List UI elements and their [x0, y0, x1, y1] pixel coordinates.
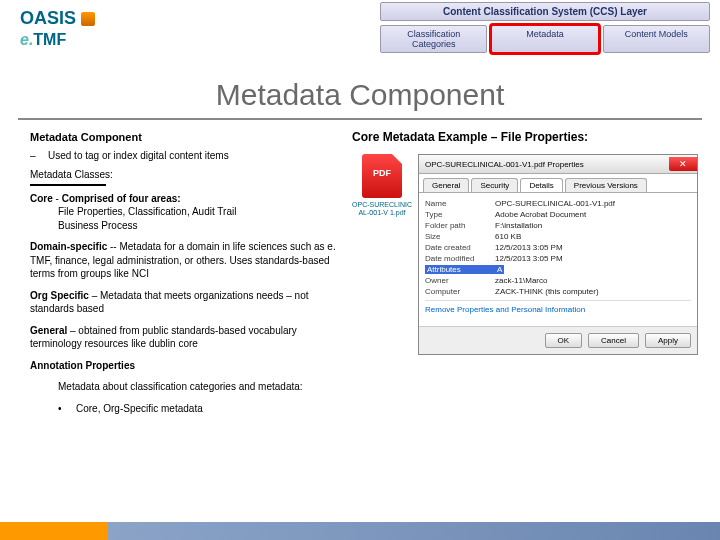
- logo-group: OASIS e.TMF: [20, 8, 95, 49]
- page-title: Metadata Component: [0, 78, 720, 112]
- ccs-layer-diagram: Content Classification System (CCS) Laye…: [380, 2, 710, 53]
- prop-val-owner: zack-11\Marco: [495, 276, 547, 285]
- prop-val-computer: ZACK-THINK (this computer): [495, 287, 599, 296]
- left-column: Metadata Component – Used to tag or inde…: [30, 130, 340, 421]
- properties-dialog: OPC-SURECLINICAL-001-V1.pdf Properties ✕…: [418, 154, 698, 355]
- bullet-dash: –: [30, 149, 48, 163]
- prop-val-modified: 12/5/2013 3:05 PM: [495, 254, 563, 263]
- oasis-icon: [81, 12, 95, 26]
- tab-previous[interactable]: Previous Versions: [565, 178, 647, 192]
- prop-val-attributes: A: [495, 265, 504, 274]
- annotation-bullet: Core, Org-Specific metadata: [76, 402, 203, 416]
- org-label: Org Specific: [30, 290, 89, 301]
- pdf-filename: OPC-SURECLINICAL-001-V 1.pdf: [352, 201, 412, 216]
- prop-label-folder: Folder path: [425, 221, 495, 230]
- annotation-desc: Metadata about classification categories…: [30, 380, 340, 394]
- ccs-cell-models: Content Models: [603, 25, 710, 53]
- core-dash: -: [56, 193, 59, 204]
- prop-val-created: 12/5/2013 3:05 PM: [495, 243, 563, 252]
- core-line2: Business Process: [30, 219, 340, 233]
- right-column: Core Metadata Example – File Properties:…: [352, 130, 704, 421]
- example-heading: Core Metadata Example – File Properties:: [352, 130, 704, 144]
- pdf-thumbnail: OPC-SURECLINICAL-001-V 1.pdf: [352, 154, 412, 216]
- dialog-title: OPC-SURECLINICAL-001-V1.pdf Properties: [425, 160, 584, 169]
- metadata-classes-rule: [30, 184, 106, 186]
- ccs-cell-metadata: Metadata: [491, 25, 598, 53]
- ccs-top-label: Content Classification System (CCS) Laye…: [380, 2, 710, 21]
- core-line1: File Properties, Classification, Audit T…: [30, 205, 340, 219]
- prop-val-type: Adobe Acrobat Document: [495, 210, 586, 219]
- remove-properties-link[interactable]: Remove Properties and Personal Informati…: [425, 305, 691, 314]
- ok-button[interactable]: OK: [545, 333, 583, 348]
- prop-label-owner: Owner: [425, 276, 495, 285]
- prop-label-computer: Computer: [425, 287, 495, 296]
- core-label: Core: [30, 193, 53, 204]
- bullet-dot: •: [58, 402, 76, 416]
- prop-label-created: Date created: [425, 243, 495, 252]
- ccs-cell-categories: Classification Categories: [380, 25, 487, 53]
- tab-general[interactable]: General: [423, 178, 469, 192]
- general-label: General: [30, 325, 67, 336]
- annotation-heading: Annotation Properties: [30, 360, 135, 371]
- general-text: – obtained from public standards-based v…: [30, 325, 297, 350]
- core-head: Comprised of four areas:: [62, 193, 181, 204]
- prop-val-name: OPC-SURECLINICAL-001-V1.pdf: [495, 199, 615, 208]
- oasis-text: OASIS: [20, 8, 76, 28]
- prop-label-modified: Date modified: [425, 254, 495, 263]
- etmf-rest: TMF: [33, 31, 66, 48]
- prop-label-attributes: Attributes: [425, 265, 495, 274]
- prop-label-type: Type: [425, 210, 495, 219]
- domain-label: Domain-specific: [30, 241, 107, 252]
- tab-details[interactable]: Details: [520, 178, 562, 192]
- tab-security[interactable]: Security: [471, 178, 518, 192]
- section-heading: Metadata Component: [30, 130, 340, 145]
- oasis-logo: OASIS: [20, 8, 95, 29]
- apply-button[interactable]: Apply: [645, 333, 691, 348]
- metadata-classes-label: Metadata Classes:: [30, 168, 340, 182]
- bullet-text: Used to tag or index digital content ite…: [48, 149, 229, 163]
- prop-label-name: Name: [425, 199, 495, 208]
- footer-band: [0, 522, 720, 540]
- close-icon[interactable]: ✕: [669, 157, 697, 171]
- prop-label-size: Size: [425, 232, 495, 241]
- etmf-e: e.: [20, 31, 33, 48]
- prop-val-folder: F:\installation: [495, 221, 542, 230]
- pdf-icon: [362, 154, 402, 198]
- cancel-button[interactable]: Cancel: [588, 333, 639, 348]
- etmf-logo: e.TMF: [20, 31, 95, 49]
- prop-val-size: 610 KB: [495, 232, 521, 241]
